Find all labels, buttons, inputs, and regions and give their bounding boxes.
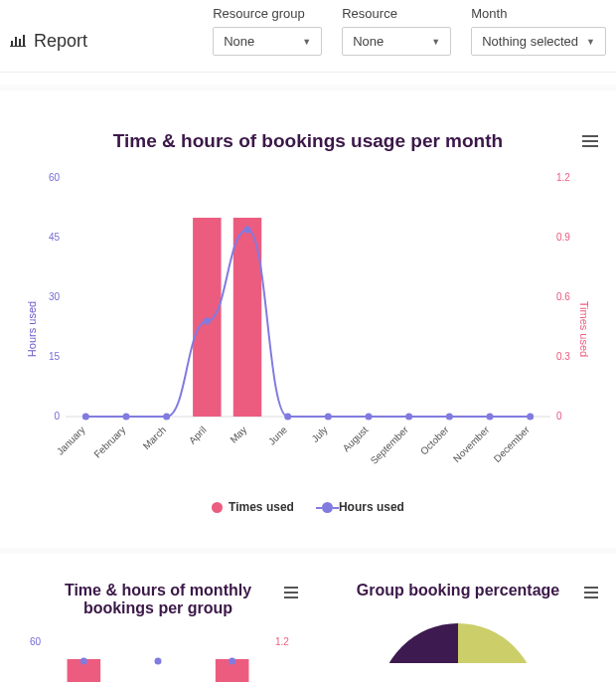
pie-svg bbox=[369, 613, 547, 663]
svg-text:May: May bbox=[228, 425, 248, 445]
svg-text:0.9: 0.9 bbox=[556, 232, 570, 243]
legend-hours: Hours used bbox=[322, 500, 404, 514]
page-title: Report bbox=[34, 31, 87, 52]
svg-point-30 bbox=[82, 414, 89, 421]
filter-month: Month Nothing selected ▼ bbox=[471, 6, 606, 56]
svg-point-48 bbox=[229, 658, 235, 665]
svg-text:0: 0 bbox=[54, 411, 60, 422]
resource-group-dropdown[interactable]: None ▼ bbox=[213, 27, 322, 56]
chart-menu-button[interactable] bbox=[284, 584, 298, 601]
bottom-left-panel: Time & hours of monthly bookings per gro… bbox=[14, 582, 302, 682]
dropdown-value: Nothing selected bbox=[482, 34, 578, 49]
chevron-down-icon: ▼ bbox=[431, 37, 440, 47]
chart-title: Time & hours of monthly bookings per gro… bbox=[14, 582, 302, 617]
svg-point-34 bbox=[244, 227, 251, 234]
svg-text:15: 15 bbox=[49, 351, 61, 362]
chart-title: Time & hours of bookings usage per month bbox=[24, 130, 592, 152]
svg-point-36 bbox=[325, 414, 332, 421]
report-title-wrap: Report bbox=[10, 31, 87, 56]
svg-text:March: March bbox=[141, 425, 168, 451]
svg-text:January: January bbox=[55, 425, 87, 457]
svg-text:August: August bbox=[341, 424, 371, 453]
svg-text:November: November bbox=[451, 424, 492, 464]
filter-resource-group: Resource group None ▼ bbox=[213, 6, 322, 56]
main-chart: Hours used Times used 01530456000.30.60.… bbox=[34, 170, 582, 488]
svg-text:1.2: 1.2 bbox=[275, 636, 289, 647]
chevron-down-icon: ▼ bbox=[586, 37, 595, 47]
svg-text:October: October bbox=[418, 424, 451, 456]
dropdown-value: None bbox=[224, 34, 254, 49]
svg-text:April: April bbox=[187, 425, 209, 446]
svg-text:February: February bbox=[91, 425, 127, 460]
chart-title: Group booking percentage bbox=[314, 582, 602, 599]
filter-label: Resource bbox=[342, 6, 451, 21]
svg-point-31 bbox=[123, 414, 130, 421]
chevron-down-icon: ▼ bbox=[302, 37, 311, 47]
filter-label: Month bbox=[471, 6, 606, 21]
y-right-axis-label: Times used bbox=[578, 301, 590, 357]
svg-text:1.2: 1.2 bbox=[556, 172, 570, 183]
svg-point-32 bbox=[163, 414, 170, 421]
svg-text:30: 30 bbox=[49, 291, 61, 302]
legend-label: Times used bbox=[229, 500, 294, 514]
main-plot-svg: 01530456000.30.60.91.2JanuaryFebruaryMar… bbox=[34, 170, 582, 488]
svg-rect-0 bbox=[11, 41, 13, 46]
month-dropdown[interactable]: Nothing selected ▼ bbox=[471, 27, 606, 56]
svg-text:December: December bbox=[492, 424, 533, 464]
svg-text:0.6: 0.6 bbox=[556, 291, 570, 302]
filter-resource: Resource None ▼ bbox=[342, 6, 451, 56]
legend-times: Times used bbox=[212, 500, 294, 514]
filter-label: Resource group bbox=[213, 6, 322, 21]
mini-plot-svg: 601.2 bbox=[14, 631, 302, 682]
svg-text:July: July bbox=[309, 425, 329, 444]
legend-swatch-line bbox=[322, 502, 333, 513]
chart-menu-button[interactable] bbox=[582, 132, 598, 150]
legend-swatch-bar bbox=[212, 502, 223, 513]
svg-rect-28 bbox=[193, 218, 221, 417]
svg-text:June: June bbox=[266, 424, 289, 446]
svg-point-33 bbox=[204, 318, 211, 325]
svg-rect-1 bbox=[15, 37, 17, 46]
svg-point-41 bbox=[527, 414, 534, 421]
svg-point-37 bbox=[366, 414, 373, 421]
y-left-axis-label: Hours used bbox=[26, 301, 38, 357]
chart-menu-button[interactable] bbox=[584, 584, 598, 601]
svg-point-46 bbox=[80, 658, 87, 665]
svg-text:45: 45 bbox=[49, 232, 61, 243]
legend-label: Hours used bbox=[339, 500, 404, 514]
svg-text:0.3: 0.3 bbox=[556, 351, 570, 362]
header-row: Report Resource group None ▼ Resource No… bbox=[0, 0, 616, 73]
bottom-right-chart bbox=[314, 613, 602, 663]
svg-rect-3 bbox=[23, 35, 25, 46]
svg-rect-4 bbox=[10, 46, 26, 47]
svg-point-35 bbox=[284, 414, 291, 421]
svg-point-38 bbox=[405, 414, 412, 421]
main-chart-section: Time & hours of bookings usage per month… bbox=[0, 85, 616, 548]
dropdown-value: None bbox=[353, 34, 384, 49]
svg-text:0: 0 bbox=[556, 411, 562, 422]
resource-dropdown[interactable]: None ▼ bbox=[342, 27, 451, 56]
svg-point-40 bbox=[487, 414, 494, 421]
bottom-charts-row: Time & hours of monthly bookings per gro… bbox=[0, 548, 616, 682]
svg-point-47 bbox=[155, 658, 162, 665]
bar-chart-icon bbox=[10, 32, 26, 52]
svg-text:60: 60 bbox=[49, 172, 61, 183]
bottom-right-panel: Group booking percentage bbox=[314, 582, 602, 682]
svg-text:September: September bbox=[369, 424, 411, 466]
bottom-left-chart: 601.2 bbox=[14, 631, 302, 682]
svg-text:60: 60 bbox=[30, 636, 42, 647]
svg-point-39 bbox=[446, 414, 453, 421]
svg-rect-2 bbox=[19, 39, 21, 46]
chart-legend: Times used Hours used bbox=[0, 500, 616, 548]
